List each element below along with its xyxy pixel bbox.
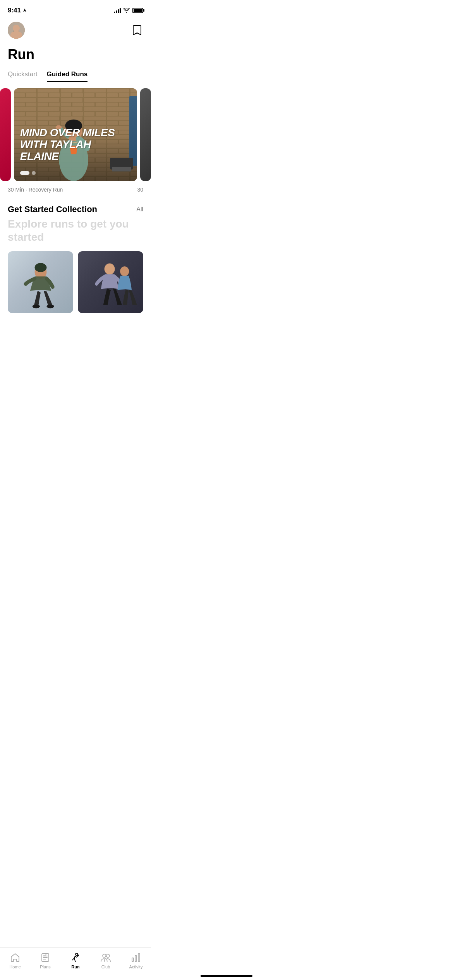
collection-all-link[interactable]: All	[136, 206, 143, 213]
carousel-track: MIND OVER MILES WITH TAYLAH ELAINE	[0, 88, 151, 181]
tabs-container: Quickstart Guided Runs	[0, 70, 151, 82]
run-meta-left: 30 Min · Recovery Run	[8, 187, 63, 193]
svg-point-18	[105, 264, 115, 275]
run-meta: 30 Min · Recovery Run 30	[0, 181, 151, 198]
collection-title: Get Started Collection	[8, 204, 97, 214]
slide-text: MIND OVER MILES WITH TAYLAH ELAINE	[20, 127, 131, 163]
avatar[interactable]	[8, 22, 25, 39]
svg-point-1	[13, 25, 19, 31]
carousel-container[interactable]: MIND OVER MILES WITH TAYLAH ELAINE	[0, 88, 151, 181]
svg-rect-3	[13, 30, 19, 35]
collection-subtitle: Explore runs to get you started	[8, 218, 143, 243]
header	[0, 19, 151, 43]
svg-point-2	[11, 33, 22, 39]
time-display: 9:41	[8, 7, 21, 14]
run-meta-right: 30	[137, 187, 143, 193]
slide-dot-1	[20, 171, 29, 175]
collection-section: Get Started Collection All Explore runs …	[0, 198, 151, 313]
collection-card-1[interactable]	[8, 251, 73, 313]
svg-point-0	[8, 22, 25, 39]
bookmark-button[interactable]	[131, 24, 143, 36]
svg-point-19	[120, 266, 129, 276]
slide-title: MIND OVER MILES WITH TAYLAH ELAINE	[20, 127, 131, 163]
carousel-slide-next	[140, 88, 151, 181]
svg-point-15	[35, 263, 47, 272]
battery-icon	[132, 8, 143, 13]
status-icons	[114, 8, 143, 13]
tab-guided-runs[interactable]: Guided Runs	[47, 70, 88, 82]
location-icon	[22, 8, 27, 13]
collection-card-2[interactable]	[78, 251, 143, 313]
page-title: Run	[8, 46, 143, 63]
status-time: 9:41	[8, 7, 27, 14]
status-bar: 9:41	[0, 0, 151, 19]
bookmark-icon	[132, 25, 142, 36]
card-2-persons	[78, 251, 143, 313]
slide-dots	[20, 171, 36, 175]
carousel-slide-main[interactable]: MIND OVER MILES WITH TAYLAH ELAINE	[14, 88, 137, 181]
tab-quickstart[interactable]: Quickstart	[8, 70, 38, 82]
section-header: Get Started Collection All	[8, 204, 143, 214]
slide-dot-2	[32, 171, 36, 175]
card-1-person	[8, 251, 73, 313]
signal-icon	[114, 8, 121, 13]
content-scroll: MIND OVER MILES WITH TAYLAH ELAINE 30 Mi…	[0, 88, 151, 352]
page-title-section: Run	[0, 43, 151, 70]
carousel-slide-prev	[0, 88, 11, 181]
cards-grid	[8, 251, 143, 313]
svg-point-16	[33, 305, 40, 308]
svg-point-17	[46, 305, 54, 308]
wifi-icon	[123, 8, 130, 13]
